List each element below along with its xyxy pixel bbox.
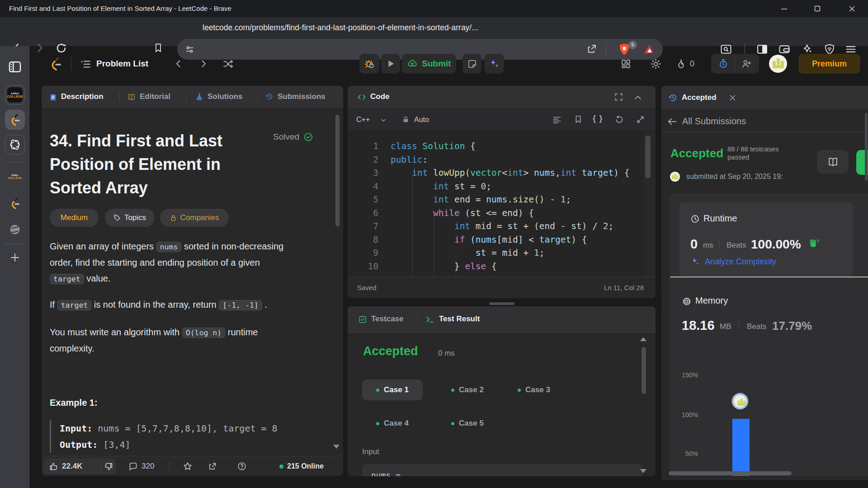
- code-line-6[interactable]: 6 while (st <= end) {: [348, 208, 643, 221]
- bookmark-web[interactable]: [9, 223, 21, 236]
- sidebar-item-leetcode-active[interactable]: [5, 110, 25, 130]
- format-code-button[interactable]: [552, 115, 562, 125]
- brave-rewards-button[interactable]: [643, 43, 656, 56]
- forward-button[interactable]: [33, 42, 45, 54]
- problem-list-icon[interactable]: [80, 58, 91, 70]
- code-line-7[interactable]: 7 int mid = st + (end - st) / 2;: [348, 221, 643, 234]
- notes-button[interactable]: [462, 54, 481, 74]
- auto-toggle[interactable]: Auto: [414, 108, 429, 131]
- view-solution-button[interactable]: [817, 150, 849, 174]
- difficulty-badge[interactable]: Medium: [50, 209, 99, 227]
- bookmark-button[interactable]: [153, 42, 164, 54]
- scroll-down-arrow[interactable]: [640, 469, 646, 473]
- problem-list-link[interactable]: Problem List: [96, 54, 148, 74]
- premium-button[interactable]: Premium: [798, 54, 860, 74]
- settings-button[interactable]: [650, 58, 662, 70]
- topics-button[interactable]: Topics: [105, 209, 155, 227]
- close-button[interactable]: [841, 0, 862, 17]
- case-2-button[interactable]: Case 2: [440, 380, 495, 400]
- collapse-panel-button[interactable]: [633, 93, 642, 102]
- leetcode-logo[interactable]: [48, 56, 63, 71]
- run-button[interactable]: [381, 54, 400, 74]
- maximize-button[interactable]: [807, 0, 828, 17]
- ai-assistant-button[interactable]: [484, 54, 504, 74]
- testcase-input-field[interactable]: nums =: [362, 464, 642, 476]
- collaborate-button[interactable]: [741, 58, 752, 69]
- sidebar-item-apna-college[interactable]: APNA COLLEGE: [5, 85, 25, 105]
- case-1-button[interactable]: Case 1: [362, 380, 423, 400]
- favorite-button[interactable]: [183, 456, 193, 476]
- minimize-button[interactable]: [774, 0, 794, 17]
- tab-submissions[interactable]: Submissions: [278, 92, 326, 101]
- tab-testcase[interactable]: Testcase: [371, 314, 404, 324]
- sidebar-toggle-button[interactable]: [756, 43, 769, 56]
- reload-button[interactable]: [55, 42, 67, 54]
- all-submissions-row[interactable]: All Submissions: [661, 110, 868, 132]
- description-scrollbar[interactable]: [335, 115, 340, 226]
- timer-button[interactable]: [718, 58, 729, 69]
- case-5-button[interactable]: Case 5: [440, 413, 495, 434]
- code-line-4[interactable]: 4 int st = 0;: [348, 181, 643, 194]
- tab-accepted-submission[interactable]: Accepted: [682, 93, 717, 102]
- braces-button[interactable]: { }: [593, 114, 604, 123]
- runtime-card[interactable]: Runtime 0 ms Beats 100.00% Analyze Compl…: [679, 202, 853, 277]
- code-line-1[interactable]: 1class Solution {: [348, 141, 643, 154]
- share-button[interactable]: [586, 43, 597, 55]
- help-button[interactable]: [237, 456, 247, 476]
- editor-scrollbar[interactable]: [645, 136, 651, 178]
- dislike-button[interactable]: [104, 458, 113, 474]
- layout-button[interactable]: [620, 58, 632, 70]
- expand-editor-button[interactable]: [636, 115, 645, 124]
- comments-button[interactable]: [128, 456, 138, 476]
- bookmark-leetcode[interactable]: [9, 197, 21, 210]
- streak-flame-icon[interactable]: [675, 58, 687, 70]
- language-selector[interactable]: C++: [356, 108, 370, 131]
- next-problem-button[interactable]: [198, 58, 209, 69]
- tab-solutions[interactable]: Solutions: [208, 92, 242, 101]
- sidebar-panel-toggle[interactable]: [8, 60, 22, 74]
- analyze-complexity-link[interactable]: Analyze Complexity: [705, 257, 776, 267]
- result-scrollbar-vertical[interactable]: [865, 113, 868, 181]
- scroll-down-arrow[interactable]: [333, 445, 340, 449]
- fullscreen-button[interactable]: [614, 92, 623, 102]
- cursor-position[interactable]: Ln 11, Col 28: [604, 277, 644, 298]
- chart-user-marker[interactable]: [732, 394, 748, 409]
- share-problem-button[interactable]: [208, 456, 217, 476]
- submit-button[interactable]: Submit: [402, 54, 456, 74]
- wallet-button[interactable]: [778, 43, 791, 56]
- testcase-scrollbar[interactable]: [642, 347, 646, 394]
- url-text[interactable]: leetcode.com/problems/find-first-and-las…: [203, 17, 478, 38]
- site-settings-icon[interactable]: [184, 44, 195, 55]
- testcases-passed: 88 / 88 testcases passed: [727, 145, 778, 161]
- close-submission-tab[interactable]: [728, 94, 737, 102]
- reset-code-button[interactable]: [614, 115, 624, 124]
- code-line-10[interactable]: 10 } else {: [348, 261, 643, 274]
- user-avatar[interactable]: [769, 55, 787, 73]
- tab-description[interactable]: Description: [61, 92, 104, 101]
- prev-problem-button[interactable]: [173, 58, 184, 69]
- panel-resize-handle[interactable]: [489, 302, 514, 305]
- sidebar-add-button[interactable]: [9, 252, 20, 263]
- like-button[interactable]: [49, 458, 58, 474]
- random-problem-button[interactable]: [222, 58, 234, 70]
- bookmark-code-button[interactable]: [574, 115, 583, 124]
- chart-bar-current[interactable]: [732, 419, 750, 476]
- companies-button[interactable]: Companies: [160, 209, 229, 227]
- tab-test-result[interactable]: Test Result: [439, 314, 480, 324]
- debug-button[interactable]: [359, 54, 379, 74]
- result-scrollbar-horizontal[interactable]: [669, 471, 792, 475]
- code-line-8[interactable]: 8 if (nums[mid] < target) {: [348, 235, 643, 248]
- code-editor[interactable]: 1class Solution {2public:3 int lowUpp(ve…: [348, 131, 643, 277]
- code-line-9[interactable]: 9 st = mid + 1;: [348, 248, 643, 261]
- chart-tick-100: 100%: [671, 411, 698, 418]
- code-line-5[interactable]: 5 int end = nums.size() - 1;: [348, 194, 643, 207]
- sidebar-item-chatgpt[interactable]: [5, 135, 25, 155]
- tab-editorial[interactable]: Editorial: [140, 92, 170, 101]
- tab-code[interactable]: Code: [370, 92, 390, 101]
- code-line-2[interactable]: 2public:: [348, 155, 643, 168]
- code-line-3[interactable]: 3 int lowUpp(vector<int> nums,int target…: [348, 168, 643, 181]
- case-4-button[interactable]: Case 4: [365, 413, 420, 434]
- case-3-button[interactable]: Case 3: [507, 380, 561, 400]
- bookmark-apna-college[interactable]: APNA COLLEGE: [8, 170, 22, 183]
- scroll-up-arrow[interactable]: [640, 337, 646, 341]
